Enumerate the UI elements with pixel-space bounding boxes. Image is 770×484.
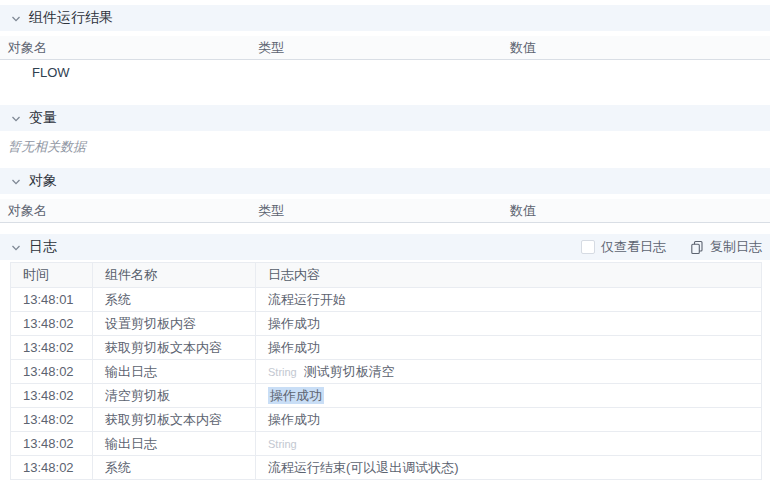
log-time: 13:48:02 [11, 360, 93, 384]
log-table-header-row: 时间 组件名称 日志内容 [11, 263, 762, 288]
log-component: 获取剪切板文本内容 [93, 336, 256, 360]
section-header-component-results[interactable]: 组件运行结果 [0, 5, 770, 31]
log-row: 13:48:02 设置剪切板内容 操作成功 [11, 312, 762, 336]
log-component: 清空剪切板 [93, 384, 256, 408]
log-component: 获取剪切板文本内容 [93, 408, 256, 432]
log-time: 13:48:02 [11, 456, 93, 480]
section-title: 组件运行结果 [29, 9, 113, 27]
column-header-type: 类型 [250, 39, 502, 57]
log-component: 设置剪切板内容 [93, 312, 256, 336]
column-header-time: 时间 [11, 263, 93, 288]
copy-logs-button[interactable]: 复制日志 [690, 238, 762, 256]
log-component: 输出日志 [93, 360, 256, 384]
log-row: 13:48:02 输出日志 String [11, 432, 762, 456]
log-content: 操作成功 [256, 408, 762, 432]
log-content: 流程运行开始 [256, 288, 762, 312]
type-tag: String [268, 366, 297, 378]
table-row-flow[interactable]: FLOW [0, 60, 770, 84]
log-content: String测试剪切板清空 [256, 360, 762, 384]
column-header-object-name: 对象名 [0, 39, 250, 57]
objects-table-header: 对象名 类型 数值 [0, 199, 770, 223]
column-header-component: 组件名称 [93, 263, 256, 288]
log-row: 13:48:02 获取剪切板文本内容 操作成功 [11, 408, 762, 432]
only-view-logs-checkbox-group[interactable]: 仅查看日志 [581, 238, 666, 256]
log-time: 13:48:02 [11, 384, 93, 408]
log-component: 系统 [93, 456, 256, 480]
column-header-content: 日志内容 [256, 263, 762, 288]
log-time: 13:48:01 [11, 288, 93, 312]
log-row: 13:48:02 获取剪切板文本内容 操作成功 [11, 336, 762, 360]
only-view-logs-checkbox[interactable] [581, 240, 595, 254]
chevron-down-icon [10, 176, 22, 188]
section-header-objects[interactable]: 对象 [0, 168, 770, 194]
log-row: 13:48:02 系统 流程运行结束(可以退出调试状态) [11, 456, 762, 480]
log-row: 13:48:01 系统 流程运行开始 [11, 288, 762, 312]
copy-logs-label[interactable]: 复制日志 [710, 238, 762, 256]
log-table: 时间 组件名称 日志内容 13:48:01 系统 流程运行开始 13:48:02… [10, 262, 762, 480]
copy-icon [690, 240, 704, 255]
log-content: 操作成功 [256, 336, 762, 360]
log-row: 13:48:02 输出日志 String测试剪切板清空 [11, 360, 762, 384]
highlighted-log-text: 操作成功 [268, 387, 324, 404]
section-title: 日志 [29, 238, 57, 256]
log-time: 13:48:02 [11, 336, 93, 360]
chevron-down-icon [10, 242, 22, 254]
log-row: 13:48:02 清空剪切板 操作成功 [11, 384, 762, 408]
log-content-text: 测试剪切板清空 [304, 364, 395, 379]
variables-empty-text: 暂无相关数据 [0, 131, 770, 156]
chevron-down-icon [10, 13, 22, 25]
log-time: 13:48:02 [11, 432, 93, 456]
section-title: 对象 [29, 172, 57, 190]
column-header-value: 数值 [502, 39, 770, 57]
column-header-value: 数值 [502, 202, 770, 220]
section-header-logs[interactable]: 日志 仅查看日志 复制日志 [0, 234, 770, 260]
object-name[interactable]: FLOW [0, 65, 70, 80]
type-tag: String [268, 438, 297, 450]
column-header-object-name: 对象名 [0, 202, 250, 220]
log-time: 13:48:02 [11, 408, 93, 432]
log-content: 操作成功 [256, 384, 762, 408]
log-time: 13:48:02 [11, 312, 93, 336]
section-title: 变量 [29, 109, 57, 127]
component-results-table-header: 对象名 类型 数值 [0, 36, 770, 60]
section-header-variables[interactable]: 变量 [0, 105, 770, 131]
column-header-type: 类型 [250, 202, 502, 220]
log-content: String [256, 432, 762, 456]
log-content: 操作成功 [256, 312, 762, 336]
log-component: 系统 [93, 288, 256, 312]
log-content: 流程运行结束(可以退出调试状态) [256, 456, 762, 480]
log-component: 输出日志 [93, 432, 256, 456]
only-view-logs-label[interactable]: 仅查看日志 [601, 238, 666, 256]
chevron-down-icon [10, 113, 22, 125]
